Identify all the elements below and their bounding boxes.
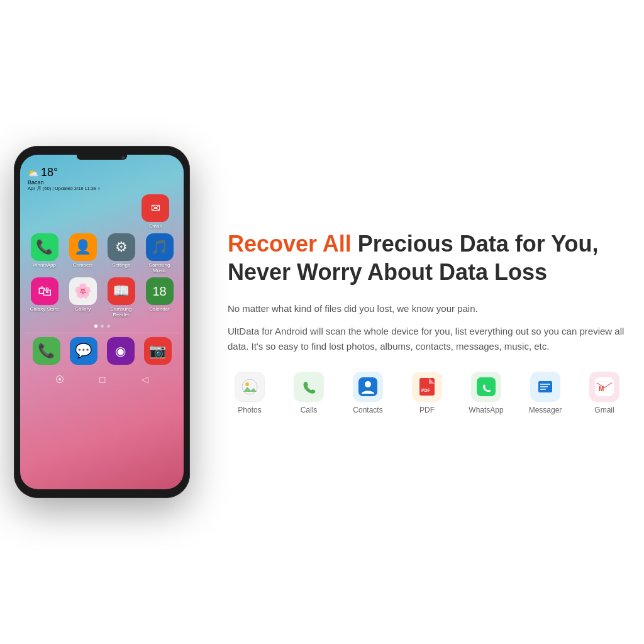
app-messages-icon: 💬	[70, 337, 97, 365]
app-samsung-reader: 📖 Samsung Reader	[104, 277, 138, 318]
svg-rect-2	[299, 377, 318, 396]
svg-text:M: M	[599, 386, 604, 392]
feature-calls-label: Calls	[301, 406, 318, 414]
dock-row: 📞 💬 ◉	[25, 333, 179, 370]
dot-2	[101, 325, 104, 328]
app-whatsapp: 📞 WhatsApp	[28, 233, 62, 274]
app-samsung-music-label: Samsung Music	[143, 263, 177, 274]
app-whatsapp-label: WhatsApp	[33, 263, 56, 269]
feature-photos-icon	[235, 372, 265, 402]
headline: Recover All Precious Data for You, Never…	[228, 230, 630, 286]
feature-calls: Calls	[287, 372, 331, 414]
nav-bar: ⦿ ◻ ◁	[25, 370, 179, 386]
app-gallery-icon: 🌸	[69, 277, 97, 305]
feature-whatsapp-icon	[471, 372, 501, 402]
feature-whatsapp: WhatsApp	[464, 372, 508, 414]
feature-contacts: Contacts	[346, 372, 390, 414]
app-gallery-label: Gallery	[75, 307, 91, 313]
feature-messager: Messager	[523, 372, 567, 414]
weather-temp: 18°	[41, 166, 58, 179]
svg-point-0	[242, 379, 257, 394]
app-email: ✉ Email	[138, 194, 172, 230]
phone-body: ⛅ 18° Bacan Apr 月 (60) | Updated 3/18 11…	[14, 146, 190, 498]
headline-highlight: Recover All	[228, 231, 352, 257]
app-email-label: Email	[149, 224, 162, 230]
screen-content: ⛅ 18° Bacan Apr 月 (60) | Updated 3/18 11…	[20, 155, 184, 489]
svg-point-4	[365, 381, 371, 387]
app-settings-icon: ⚙	[108, 233, 135, 261]
app-galaxy-store: 🛍 Galaxy Store	[28, 277, 62, 318]
feature-messager-icon	[530, 372, 560, 402]
nav-back: ⦿	[55, 374, 64, 384]
app-email-icon: ✉	[142, 194, 169, 222]
feature-calls-icon	[294, 372, 324, 402]
email-row: ✉ Email	[25, 194, 179, 230]
feature-photos-label: Photos	[238, 406, 261, 414]
feature-gmail: M Gmail	[582, 372, 626, 414]
app-settings-label: Settings	[112, 263, 130, 269]
page-container: ⛅ 18° Bacan Apr 月 (60) | Updated 3/18 11…	[14, 146, 630, 498]
app-camera: 📷	[141, 337, 175, 367]
app-contacts: 👤 Contacts	[66, 233, 100, 274]
feature-photos: Photos	[228, 372, 272, 414]
weather-icon: ⛅	[28, 168, 38, 178]
feature-pdf-icon: PDF	[412, 372, 442, 402]
app-galaxy-store-label: Galaxy Store	[30, 307, 58, 313]
app-galaxy-store-icon: 🛍	[31, 277, 58, 305]
app-whatsapp-icon: 📞	[31, 233, 58, 261]
app-calendar-icon: 18	[146, 277, 174, 305]
app-settings: ⚙ Settings	[104, 233, 138, 274]
svg-rect-5	[419, 378, 435, 396]
app-samsung-reader-icon: 📖	[108, 277, 135, 305]
feature-pdf: PDF PDF	[405, 372, 449, 414]
app-messages: 💬	[67, 337, 101, 367]
app-pay-icon: ◉	[107, 337, 135, 365]
features-row: Photos Calls	[228, 372, 630, 414]
app-camera-icon: 📷	[144, 337, 172, 365]
weather-widget: ⛅ 18° Bacan Apr 月 (60) | Updated 3/18 11…	[28, 166, 101, 192]
svg-text:PDF: PDF	[421, 388, 431, 392]
nav-home: ◻	[99, 374, 106, 384]
feature-gmail-label: Gmail	[594, 406, 614, 414]
svg-point-1	[245, 382, 249, 386]
description-1: No matter what kind of files did you los…	[228, 301, 630, 316]
dot-3	[107, 325, 110, 328]
app-samsung-music-icon: 🎵	[146, 233, 174, 261]
feature-pdf-label: PDF	[419, 406, 435, 414]
nav-recent: ◁	[142, 374, 148, 384]
dot-active	[94, 325, 97, 328]
weather-date: Apr 月 (60) | Updated 3/18 11:38 ○	[28, 186, 101, 192]
feature-whatsapp-label: WhatsApp	[469, 406, 503, 414]
weather-location: Bacan	[28, 179, 101, 186]
app-gallery: 🌸 Gallery	[66, 277, 100, 318]
app-samsung-reader-label: Samsung Reader	[104, 307, 138, 318]
app-contacts-icon: 👤	[69, 233, 97, 261]
feature-gmail-icon: M	[589, 372, 619, 402]
page-dots	[25, 325, 179, 328]
status-bar: ⛅ 18° Bacan Apr 月 (60) | Updated 3/18 11…	[25, 166, 179, 192]
phone-notch	[77, 155, 127, 160]
app-phone: 📞	[30, 337, 64, 367]
phone-screen: ⛅ 18° Bacan Apr 月 (60) | Updated 3/18 11…	[20, 155, 184, 489]
description-2: UltData for Android will scan the whole …	[228, 324, 630, 354]
app-phone-icon: 📞	[33, 337, 60, 365]
phone-mockup: ⛅ 18° Bacan Apr 月 (60) | Updated 3/18 11…	[14, 146, 190, 498]
feature-messager-label: Messager	[529, 406, 562, 414]
app-calendar-label: Calendar	[149, 307, 169, 313]
app-contacts-label: Contacts	[73, 263, 93, 269]
app-pay: ◉	[104, 337, 138, 367]
app-calendar: 18 Calendar	[143, 277, 177, 318]
app-row-2: 📞 WhatsApp 👤 Contacts ⚙	[25, 233, 179, 274]
feature-contacts-icon	[353, 372, 383, 402]
feature-contacts-label: Contacts	[353, 406, 382, 414]
app-row-3: 🛍 Galaxy Store 🌸 Gallery �	[25, 277, 179, 318]
app-samsung-music: 🎵 Samsung Music	[143, 233, 177, 274]
right-content: Recover All Precious Data for You, Never…	[228, 230, 630, 414]
